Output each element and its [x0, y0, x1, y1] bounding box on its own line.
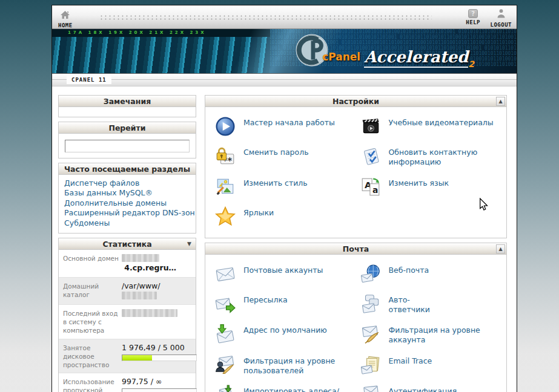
- change-password-icon[interactable]: **: [215, 146, 236, 166]
- update-contact-info-icon[interactable]: [360, 146, 381, 166]
- frequent-title: Часто посещаемые разделы: [64, 165, 190, 174]
- change-language-icon[interactable]: Aa: [360, 177, 381, 197]
- collapse-up-icon[interactable]: [496, 97, 505, 106]
- feature-link[interactable]: Сменить пароль: [243, 148, 309, 157]
- email-accounts-icon[interactable]: [215, 264, 236, 284]
- feature-link[interactable]: Пересылка: [243, 295, 288, 305]
- stats-header: Статистика: [59, 238, 196, 250]
- cpanel-banner: 0101010110100101101001011010010101101001…: [52, 29, 517, 74]
- frequent-link[interactable]: Субдомены: [64, 218, 190, 229]
- feature-link[interactable]: Фильтрация на уровне пользователей: [243, 356, 335, 376]
- logout-button[interactable]: LOGOUT: [490, 9, 512, 28]
- usage-bar: [122, 354, 197, 361]
- frequent-link[interactable]: Расширенный редактор DNS-зон: [64, 208, 190, 218]
- brand-tagline: Accelerated: [364, 48, 468, 68]
- notes-box: Замечания: [58, 95, 196, 117]
- home-button[interactable]: HOME: [58, 10, 73, 28]
- home-icon: [61, 11, 70, 19]
- feature-item: **Сменить пароль: [213, 142, 358, 172]
- email-authentication-icon[interactable]: [360, 385, 381, 392]
- feature-link[interactable]: Email Trace: [389, 356, 432, 366]
- stat-label: Основной домен: [63, 253, 122, 263]
- feature-link[interactable]: Фильтрация на уровне аккаунта: [389, 325, 501, 345]
- stat-row: Домашний каталог/var/www/: [59, 278, 196, 305]
- feature-item: Ярлыки: [213, 202, 358, 232]
- feature-link[interactable]: Учебные видеоматериалы: [389, 118, 494, 128]
- feature-link[interactable]: Почтовые аккаунты: [243, 266, 323, 275]
- import-addresses-icon[interactable]: [215, 385, 236, 392]
- shortcuts-icon[interactable]: [215, 206, 236, 227]
- usage-bar-fill: [122, 355, 152, 361]
- quick-jump-input[interactable]: [65, 140, 190, 152]
- feature-link[interactable]: Адрес по умолчанию: [243, 325, 327, 335]
- help-button[interactable]: ? HELP: [466, 9, 480, 25]
- getting-started-wizard-icon[interactable]: [215, 116, 236, 137]
- email-trace-icon[interactable]: [360, 354, 381, 375]
- page-content: Замечания Перейти Часто посещаемые разде…: [52, 87, 517, 392]
- webmail-icon[interactable]: [360, 264, 381, 284]
- stat-value: [122, 309, 192, 318]
- feature-link[interactable]: Ярлыки: [243, 208, 274, 218]
- cpanel-logo-icon: [293, 31, 331, 69]
- default-address-icon[interactable]: [215, 324, 236, 344]
- account-level-filtering-icon[interactable]: [360, 324, 381, 344]
- user-level-filtering-icon[interactable]: [215, 354, 236, 375]
- feature-link[interactable]: Веб-почта: [389, 266, 429, 275]
- notes-body: [59, 107, 196, 117]
- stat-row: Основной домен 4.cp.regru…: [59, 250, 196, 278]
- notes-title: Замечания: [104, 97, 151, 106]
- collapse-up-icon[interactable]: [496, 244, 505, 253]
- chevron-down-icon[interactable]: [187, 238, 191, 250]
- feature-link[interactable]: Изменить язык: [389, 178, 449, 188]
- stat-value: 997,75 / ∞: [122, 377, 192, 387]
- stat-label: Домашний каталог: [63, 281, 122, 299]
- video-tutorials-icon[interactable]: [360, 116, 381, 137]
- mail-items: Почтовые аккаунтыВеб-почтаПересылкаАвто-…: [205, 255, 506, 392]
- help-label: HELP: [466, 19, 480, 25]
- feature-item: Пересылка: [213, 289, 358, 320]
- cpanel-logo: cPanel Accelerated 2: [293, 31, 474, 70]
- stat-row: Использование пропускной способности по …: [59, 373, 196, 392]
- settings-items: Мастер начала работыУчебные видеоматериа…: [205, 107, 506, 238]
- stat-value: 4.cp.regru…: [122, 253, 192, 273]
- frequent-link[interactable]: Диспетчер файлов: [64, 178, 190, 189]
- forwarders-icon[interactable]: [215, 293, 236, 314]
- feature-item: Авто- ответчики: [358, 289, 503, 320]
- feature-link[interactable]: Мастер начала работы: [243, 118, 335, 128]
- mail-header: Почта: [205, 243, 506, 255]
- frequent-link[interactable]: Дополнительные домены: [64, 198, 190, 209]
- redacted-value: [122, 292, 157, 299]
- section-mail: Почта Почтовые аккаунтыВеб-почтаПересылк…: [205, 243, 507, 392]
- feature-link[interactable]: Авто- ответчики: [389, 295, 430, 315]
- feature-item: Фильтрация на уровне аккаунта: [358, 319, 503, 350]
- svg-text:a: a: [372, 185, 377, 195]
- feature-item: Email Trace: [358, 350, 503, 381]
- feature-item: Изменить стиль: [213, 172, 358, 202]
- stat-value-area: 1 976,49 / 5 000: [122, 343, 192, 361]
- feature-item: Фильтрация на уровне пользователей: [213, 350, 358, 381]
- stats-title: Статистика: [102, 240, 151, 249]
- feature-link[interactable]: Импортировать адреса/ Средства пересылки: [243, 387, 339, 392]
- feature-item: Импортировать адреса/ Средства пересылки: [213, 381, 358, 392]
- frequent-box: Часто посещаемые разделы Диспетчер файло…: [58, 163, 196, 234]
- stat-value: 1 976,49 / 5 000: [122, 343, 192, 353]
- stats-rows: Основной домен 4.cp.regru…Домашний катал…: [59, 250, 196, 392]
- feature-link[interactable]: Аутентификация электронной почты: [389, 387, 501, 392]
- jump-header: Перейти: [59, 122, 196, 134]
- feature-link[interactable]: Изменить стиль: [243, 178, 308, 188]
- feature-item: Почтовые аккаунты: [213, 260, 358, 289]
- top-toolbar: HOME ? HELP LOGOUT: [52, 5, 517, 29]
- feature-link[interactable]: Обновить контактную информацию: [389, 148, 478, 168]
- autoresponders-icon[interactable]: [360, 293, 381, 314]
- jump-box: Перейти: [58, 122, 196, 158]
- question-mark-icon: ?: [468, 9, 478, 18]
- usage-bar: [122, 388, 197, 392]
- change-style-icon[interactable]: [215, 177, 236, 197]
- stat-label: Занятое дисковое пространство: [63, 343, 122, 370]
- frequent-link[interactable]: Базы данных MySQL®: [64, 188, 190, 198]
- settings-header: Настройки: [205, 96, 506, 107]
- mail-title: Почта: [343, 244, 369, 253]
- feature-item: Обновить контактную информацию: [358, 142, 503, 172]
- feature-item: Адрес по умолчанию: [213, 319, 358, 350]
- stat-value: /var/www/: [122, 281, 192, 301]
